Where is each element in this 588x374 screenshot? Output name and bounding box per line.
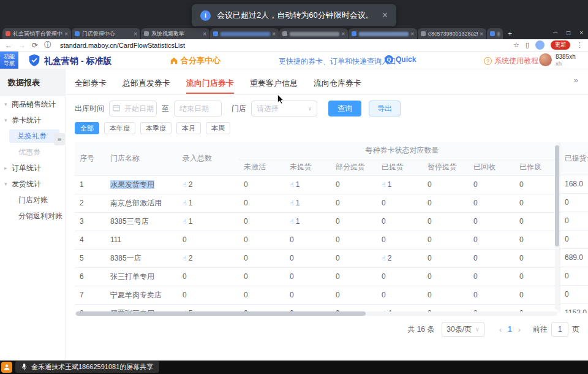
main-tab[interactable]: 全部券卡 [75,73,107,94]
browser-tab[interactable]: 礼盒营销平台管理中心× [2,28,71,39]
browser-tab[interactable]: 门店管理中心× [72,28,140,39]
pagination: 共 16 条 30条/页 ∨ ‹ 1 › 前往 页 [407,321,579,338]
cell-value: 0 [519,254,524,262]
store-select[interactable]: 请选择 ∨ [251,101,317,116]
cell-value: 0 [244,217,248,226]
table-cell: 宁夏羊肉专卖店 [105,286,178,304]
table-cell: 0 [469,175,514,194]
table-body: 1水果发货专用☝20☝10☝10002南京总部激活用☝10☝1000003838… [75,175,560,313]
reload-icon[interactable]: ⟳ [32,41,38,50]
hand-link-icon[interactable]: ☝ [183,181,187,188]
tab-close-icon[interactable]: × [203,31,206,37]
close-window-button[interactable]: × [579,29,583,36]
table-cell: 0 [469,286,514,304]
scrollbar-thumb[interactable] [76,311,366,316]
back-icon[interactable]: ← [5,41,12,50]
table-cell: 0 [331,249,377,267]
forward-icon[interactable]: → [18,41,26,50]
quick-search[interactable]: Q Quick [385,55,416,64]
sidebar-child-item[interactable]: 优惠券 [0,144,65,160]
tab-close-icon[interactable]: × [410,31,414,37]
quick-filter-button[interactable]: 本季度 [140,122,172,134]
browser-profile-avatar[interactable] [535,40,545,50]
export-button[interactable]: 导出 [369,101,401,116]
quick-filter-button[interactable]: 本月 [176,122,201,134]
browser-tab[interactable]: 系统视频教学× [141,28,209,39]
hand-link-icon[interactable]: ☝ [290,181,294,188]
cell-value[interactable]: 1 [296,199,300,207]
info-icon: i [200,10,211,21]
sidebar-child-item[interactable]: 兑换礼券 [9,129,59,143]
sidebar-group-item[interactable]: ▾商品销售统计 [0,96,65,112]
prev-page-button[interactable]: ‹ [499,325,502,334]
cell-value[interactable]: 2 [189,180,193,189]
minimize-button[interactable]: ─ [553,29,557,36]
hand-link-icon[interactable]: ☝ [382,181,386,188]
system-tutorial-link[interactable]: ? 系统使用教程 [484,56,538,66]
table-horizontal-scrollbar[interactable] [75,311,557,316]
notification-close-icon[interactable]: × [382,10,388,21]
site-info-icon[interactable]: ⓘ [44,40,51,50]
cell-value: 0 [244,272,248,281]
main-tab[interactable]: 流向仓库券卡 [314,73,361,94]
page-size-select[interactable]: 30条/页 ∨ [442,322,484,337]
url-text[interactable]: standard.maboy.cn/CardFlowStatisticsList [60,42,185,49]
goto-page-input[interactable] [551,322,568,337]
browser-tab[interactable] [487,28,503,39]
next-page-button[interactable]: › [518,325,521,334]
sidebar-group-item[interactable]: ▾发货统计 [0,176,65,192]
browser-tab[interactable]: × [210,28,279,39]
panel-collapse-icon[interactable]: » [574,75,578,85]
browser-tab[interactable]: × [279,28,348,39]
browser-menu-icon[interactable]: ⋮ [576,41,583,49]
sidebar-child-item[interactable]: 分销返利对账 [0,208,65,224]
tab-close-icon[interactable]: × [272,31,276,37]
tab-close-icon[interactable]: × [64,31,68,37]
hand-link-icon[interactable]: ☝ [382,254,386,262]
sidebar-group-item[interactable]: ▾券卡统计 [0,112,65,128]
cell-value[interactable]: 2 [189,254,193,262]
side-panel-icon[interactable]: ▯ [526,41,529,49]
screen-share-banner[interactable]: 金禾通技术王斌18662591081的屏幕共享 [15,361,159,373]
cell-value[interactable]: 1 [189,199,193,207]
main-tab[interactable]: 重要客户信息 [250,73,298,94]
sidebar-group-item[interactable]: ▸订单统计 [0,160,65,176]
current-page-button[interactable]: 1 [508,325,512,334]
quick-filter-button[interactable]: 全部 [75,122,99,134]
search-button[interactable]: 查询 [328,101,361,116]
end-date-input[interactable] [174,101,222,116]
tab-close-icon[interactable]: × [341,31,345,37]
maximize-button[interactable]: □ [567,29,570,36]
main-tab[interactable]: 总部直发券卡 [123,73,170,94]
table-vertical-scrollbar[interactable] [555,144,559,310]
browser-tab[interactable]: × [349,28,417,39]
cell-value[interactable]: 2 [388,254,392,262]
hand-link-icon[interactable]: ☝ [290,218,294,225]
sidebar-collapse-handle[interactable]: ≡ [54,133,65,145]
table-cell: 0 [469,212,514,231]
cell-value[interactable]: 1 [296,180,300,189]
scrollbar-thumb[interactable] [555,145,559,246]
browser-update-button[interactable]: 更新 [551,40,570,50]
browser-tab[interactable]: e8c573980b1328a258fd2a6ll× [418,28,486,39]
new-tab-button[interactable]: + [508,29,512,38]
hand-link-icon[interactable]: ☝ [183,254,187,262]
cell-value[interactable]: 1 [296,217,300,226]
hand-link-icon[interactable]: ☝ [183,218,187,225]
function-nav-button[interactable]: 功能导航 [0,52,18,69]
tab-close-icon[interactable]: × [134,31,137,37]
hand-link-icon[interactable]: ☝ [290,199,294,207]
quick-filters: 全部本年度本季度本月本周 [75,122,230,134]
quick-filter-button[interactable]: 本周 [206,122,230,134]
meeting-app-avatar[interactable] [1,362,12,373]
tab-close-icon[interactable]: × [480,31,483,37]
quick-filter-button[interactable]: 本年度 [104,122,135,134]
user-account[interactable]: 8385xh xh [539,53,576,67]
share-center-link[interactable]: 合分享中心 [170,55,221,66]
hand-link-icon[interactable]: ☝ [183,199,187,207]
cell-value[interactable]: 1 [189,217,193,226]
sidebar-child-item[interactable]: 门店对账 [0,192,65,208]
bookmark-star-icon[interactable]: ☆ [513,41,519,49]
cell-value[interactable]: 1 [388,180,392,189]
main-tab[interactable]: 流向门店券卡 [186,73,234,94]
